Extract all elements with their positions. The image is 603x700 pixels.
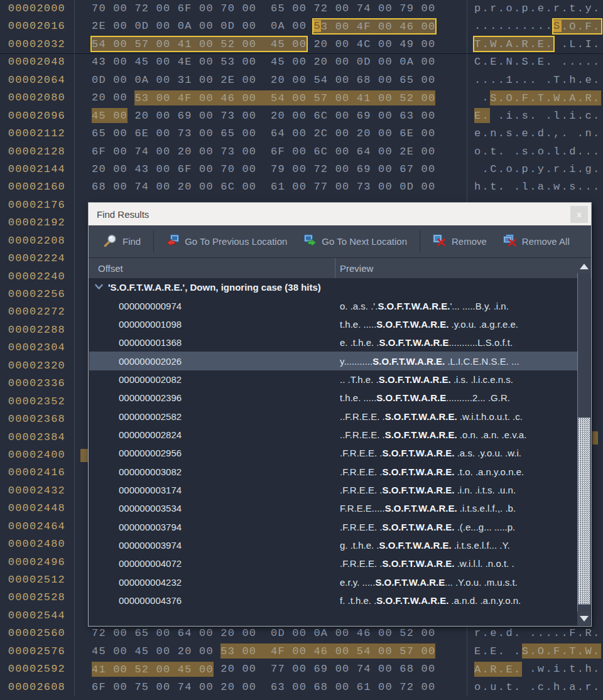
ascii-text[interactable]: ..........S.O.F.: [467, 18, 603, 35]
toolbar-button-label: Remove: [452, 236, 487, 247]
hex-offset-label: 00002192: [0, 214, 75, 232]
hex-text: o.u.t. .c.h.a.r.: [474, 681, 601, 693]
result-item[interactable]: 000000004376f. .t.h.e. .S.O.F.T.W.A.R.E.…: [89, 591, 579, 610]
result-offset: 000000004376: [119, 595, 340, 606]
scrollbar-up-button[interactable]: [577, 259, 590, 273]
hex-bytes[interactable]: 43 00 45 00 4E 00 53 00 45 00 20 00 0D 0…: [75, 53, 467, 71]
current-match-highlight: T.W.A.R.E.: [474, 37, 553, 51]
hex-text: .: [474, 92, 490, 104]
ascii-text[interactable]: o.u.t. .c.h.a.r.: [467, 679, 603, 696]
close-button[interactable]: x: [570, 206, 588, 223]
hex-text: o.t. .s.o.l.d...: [474, 146, 601, 158]
scrollbar-down-button[interactable]: [577, 611, 590, 625]
result-item[interactable]: 000000004072.F.R.E.E. .S.O.F.T.W.A.R.E. …: [89, 554, 579, 573]
result-match-text: S.O.F.T.W.A.R.E.: [376, 319, 448, 330]
result-item[interactable]: 000000000974o. .a.s. .'.S.O.F.T.W.A.R.E.…: [89, 296, 579, 315]
result-item[interactable]: 000000003174.F.R.E.E. .S.O.F.T.W.A.R.E. …: [89, 481, 579, 499]
dialog-titlebar[interactable]: Find Results x: [89, 203, 591, 225]
toolbar-button-label: Go To Next Location: [322, 236, 407, 247]
result-item[interactable]: 000000001368e. .t.h.e. .S.O.F.T.W.A.R.E.…: [89, 333, 579, 352]
hex-bytes[interactable]: 45 00 20 00 69 00 73 00 20 00 6C 00 69 0…: [75, 107, 467, 125]
result-offset: 000000002396: [119, 392, 340, 403]
hex-text: 70 00 72 00 6F 00 70 00 65 00 72 00 74 0…: [92, 3, 435, 14]
hex-text: C.E.N.S.E. .....: [474, 56, 601, 68]
hex-bytes[interactable]: 20 00 53 00 4F 00 46 00 54 00 57 00 41 0…: [75, 89, 467, 107]
hex-offset-label: 00002368: [0, 411, 75, 428]
find-button[interactable]: Find: [95, 225, 149, 257]
hex-text: 0D 00 0A 00 31 00 2E 00 20 00 54 00 68 0…: [92, 74, 435, 86]
hex-bytes[interactable]: 65 00 6E 00 73 00 65 00 64 00 2C 00 20 0…: [75, 125, 467, 143]
toolbar-separator: [153, 230, 154, 253]
result-item[interactable]: 000000003974g. .t.h.e. .S.O.F.T.W.A.R.E.…: [89, 536, 579, 554]
result-preview: ..F.R.E.E. .S.O.F.T.W.A.R.E. .w.i.t.h.o.…: [340, 411, 523, 422]
result-item[interactable]: 000000003794.F.R.E.E. .S.O.F.T.W.A.R.E. …: [89, 517, 579, 536]
result-item[interactable]: 000000002026y...........S.O.F.T.W.A.R.E.…: [89, 352, 579, 370]
result-item[interactable]: 000000002396t.h.e. .....S.O.F.T.W.A.R.E.…: [89, 389, 579, 407]
chevron-down-icon[interactable]: [94, 282, 104, 293]
results-list: 'S.O.F.T.W.A.R.E.', Down, ignoring case …: [89, 278, 579, 625]
hex-bytes[interactable]: 45 00 45 00 20 00 53 00 4F 00 46 00 54 0…: [75, 643, 467, 660]
hex-offset-label: 00002144: [0, 161, 75, 178]
match-highlight: S.O.F.T.W.A.R.: [490, 90, 600, 105]
hex-offset-label: 00002608: [0, 679, 75, 696]
ascii-text[interactable]: e.n.s.e.d.,. .n.: [467, 125, 603, 143]
ascii-text[interactable]: T.W.A.R.E. .L.I.: [467, 36, 603, 53]
result-match-text: S.O.F.T.W.A.R.E.: [383, 466, 455, 477]
ascii-text[interactable]: A.R.E. .w.i.t.h.: [467, 660, 603, 678]
ascii-text[interactable]: E.E. .S.O.F.T.W.: [467, 643, 603, 660]
column-header-preview[interactable]: Preview: [335, 263, 373, 274]
hex-bytes[interactable]: 0D 00 0A 00 31 00 2E 00 20 00 54 00 68 0…: [75, 72, 467, 89]
ascii-text[interactable]: .C.o.p.y.r.i.g.: [467, 161, 603, 178]
result-item[interactable]: 000000003082.F.R.E.E. .S.O.F.T.W.A.R.E. …: [89, 462, 579, 480]
hex-text: 65 00 6E 00 73 00 65 00 64 00 2C 00 20 0…: [92, 127, 435, 139]
find-icon: [103, 234, 117, 250]
hex-offset-label: 00002448: [0, 500, 75, 517]
column-header-offset[interactable]: Offset: [89, 263, 335, 274]
remove-button[interactable]: Remove: [425, 225, 495, 257]
result-item[interactable]: 000000002824..F.R.E.E. .S.O.F.T.W.A.R.E.…: [89, 426, 579, 444]
hex-offset-label: 00002288: [0, 321, 75, 339]
ascii-text[interactable]: o.t. .s.o.l.d...: [467, 143, 603, 161]
result-item[interactable]: 000000004232e.r.y. .....S.O.F.T.W.A.R.E.…: [89, 573, 579, 591]
scrollbar-track[interactable]: [577, 273, 590, 611]
hex-bytes[interactable]: 72 00 65 00 64 00 20 00 0D 00 0A 00 46 0…: [75, 625, 467, 642]
ascii-text[interactable]: C.E.N.S.E. .....: [467, 53, 603, 71]
hex-bytes[interactable]: 70 00 72 00 6F 00 70 00 65 00 72 00 74 0…: [75, 0, 467, 18]
result-item[interactable]: 000000002582..F.R.E.E. .S.O.F.T.W.A.R.E.…: [89, 407, 579, 425]
ascii-text[interactable]: h.t. .l.a.w.s...: [467, 178, 603, 196]
ascii-text[interactable]: .S.O.F.T.W.A.R.: [467, 89, 603, 107]
hex-offset-label: 00002128: [0, 143, 75, 161]
goto-next-location-button[interactable]: Go To Next Location: [295, 225, 415, 257]
ascii-text[interactable]: ....1... .T.h.e.: [467, 72, 603, 89]
hex-row: 0000211265 00 6E 00 73 00 65 00 64 00 2C…: [0, 125, 603, 143]
ascii-text[interactable]: p.r.o.p.e.r.t.y.: [467, 0, 603, 18]
hex-offset-label: 00002480: [0, 536, 75, 553]
hex-bytes[interactable]: 6F 00 74 00 20 00 73 00 6F 00 6C 00 64 0…: [75, 143, 467, 161]
hex-bytes[interactable]: 2E 00 0D 00 0A 00 0D 00 0A 00 53 00 4F 0…: [75, 18, 467, 35]
hex-row: 0000200070 00 72 00 6F 00 70 00 65 00 72…: [0, 0, 603, 18]
match-highlight: 45 00: [92, 108, 128, 123]
result-item[interactable]: 000000003534F.R.E.E.....S.O.F.T.W.A.R.E.…: [89, 499, 579, 517]
hex-bytes[interactable]: 41 00 52 00 45 00 20 00 77 00 69 00 74 0…: [75, 660, 467, 678]
remove-all-button[interactable]: Remove All: [495, 225, 578, 257]
ascii-text[interactable]: E. .i.s. .l.i.c.: [467, 107, 603, 125]
scrollbar-thumb[interactable]: [578, 417, 590, 605]
toolbar-separator: [420, 230, 420, 253]
result-offset: 000000001368: [119, 337, 340, 348]
result-item[interactable]: 000000002956.F.R.E.E. .S.O.F.T.W.A.R.E. …: [89, 444, 579, 462]
results-scrollbar[interactable]: [577, 259, 590, 625]
remove-all-icon: [503, 234, 517, 249]
hex-offset-label: 00002000: [0, 0, 75, 18]
hex-bytes[interactable]: 54 00 57 00 41 00 52 00 45 00 20 00 4C 0…: [75, 36, 467, 53]
hex-bytes[interactable]: 20 00 43 00 6F 00 70 00 79 00 72 00 69 0…: [75, 161, 467, 178]
result-item[interactable]: 000000001098t.h.e. .....S.O.F.T.W.A.R.E.…: [89, 315, 579, 333]
hex-bytes[interactable]: 6F 00 75 00 74 00 20 00 63 00 68 00 61 0…: [75, 679, 467, 696]
hex-bytes[interactable]: 68 00 74 00 20 00 6C 00 61 00 77 00 73 0…: [75, 178, 467, 196]
hex-text: .w.i.t.h.: [522, 663, 601, 675]
result-preview: g. .t.h.e. .S.O.F.T.W.A.R.E. .i.t.s.e.l.…: [340, 540, 510, 551]
ascii-text[interactable]: r.e.d. .....F.R.: [467, 625, 603, 642]
result-item[interactable]: 000000002082.. .T.h.e. .S.O.F.T.W.A.R.E.…: [89, 370, 579, 389]
hex-row: 0000203254 00 57 00 41 00 52 00 45 00 20…: [0, 36, 603, 53]
goto-previous-location-button[interactable]: Go To Previous Location: [158, 225, 295, 257]
results-root-node[interactable]: 'S.O.F.T.W.A.R.E.', Down, ignoring case …: [89, 278, 579, 296]
